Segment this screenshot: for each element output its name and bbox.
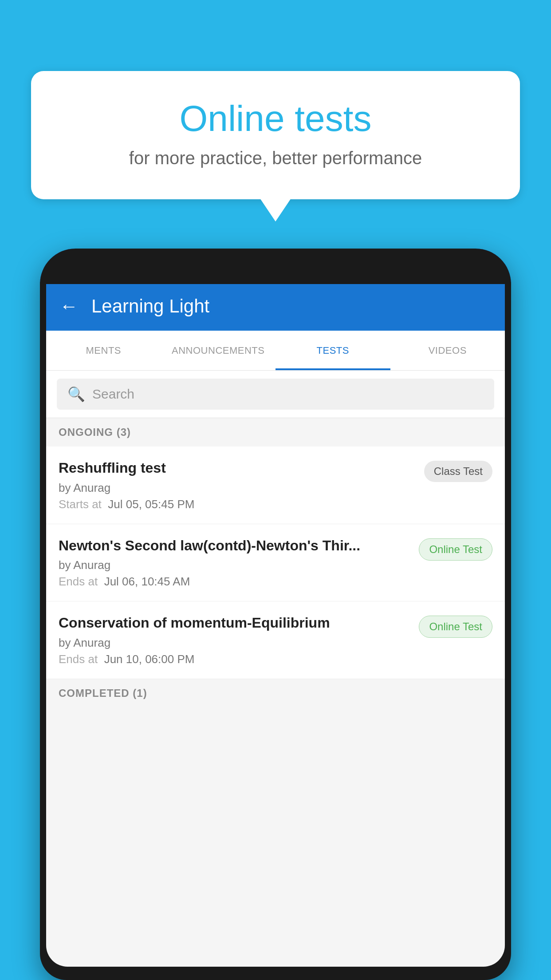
tab-tests[interactable]: TESTS xyxy=(276,331,390,370)
phone-frame: 14:29 ▾▾ ▲▲ ▮ ← Learning Light MENTS ANN… xyxy=(40,249,511,980)
search-icon: 🔍 xyxy=(67,386,85,403)
tab-videos[interactable]: VIDEOS xyxy=(390,331,505,370)
status-time: 14:29 xyxy=(58,259,89,273)
test-name-2: Newton's Second law(contd)-Newton's Thir… xyxy=(59,537,410,555)
test-name-1: Reshuffling test xyxy=(59,459,415,478)
signal-icon: ▲▲ xyxy=(461,260,482,273)
test-item-2[interactable]: Newton's Second law(contd)-Newton's Thir… xyxy=(46,524,505,602)
test-time-2: Ends at Jul 06, 10:45 AM xyxy=(59,575,410,589)
test-item-1[interactable]: Reshuffling test by Anurag Starts at Jul… xyxy=(46,447,505,524)
back-button[interactable]: ← xyxy=(59,296,78,317)
test-author-3: by Anurag xyxy=(59,636,410,650)
status-icons: ▾▾ ▲▲ ▮ xyxy=(445,260,493,273)
phone-screen: ← Learning Light MENTS ANNOUNCEMENTS TES… xyxy=(46,282,505,967)
test-badge-1: Class Test xyxy=(424,461,492,482)
search-placeholder: Search xyxy=(92,387,134,402)
bubble-title: Online tests xyxy=(53,98,498,139)
ongoing-section-header: ONGOING (3) xyxy=(46,418,505,447)
test-time-label-1: Starts at xyxy=(59,498,102,511)
test-name-3: Conservation of momentum-Equilibrium xyxy=(59,614,410,632)
bubble-subtitle: for more practice, better performance xyxy=(53,148,498,168)
test-list: Reshuffling test by Anurag Starts at Jul… xyxy=(46,447,505,679)
test-time-label-2: Ends at xyxy=(59,575,98,588)
speech-bubble: Online tests for more practice, better p… xyxy=(31,71,520,199)
tab-ments[interactable]: MENTS xyxy=(46,331,161,370)
app-title: Learning Light xyxy=(91,296,209,317)
phone-notch xyxy=(258,254,293,267)
test-author-1: by Anurag xyxy=(59,481,415,495)
test-author-2: by Anurag xyxy=(59,558,410,572)
search-container: 🔍 Search xyxy=(46,371,505,418)
test-time-1: Starts at Jul 05, 05:45 PM xyxy=(59,498,415,511)
search-input-wrapper[interactable]: 🔍 Search xyxy=(57,379,494,410)
test-badge-2: Online Test xyxy=(419,538,492,561)
test-item-3[interactable]: Conservation of momentum-Equilibrium by … xyxy=(46,601,505,679)
completed-section-header: COMPLETED (1) xyxy=(46,679,505,707)
app-bar: ← Learning Light xyxy=(46,282,505,331)
wifi-icon: ▾▾ xyxy=(445,260,456,273)
test-info-1: Reshuffling test by Anurag Starts at Jul… xyxy=(59,459,415,511)
test-info-2: Newton's Second law(contd)-Newton's Thir… xyxy=(59,537,410,589)
battery-icon: ▮ xyxy=(488,260,493,273)
test-time-label-3: Ends at xyxy=(59,652,98,666)
test-info-3: Conservation of momentum-Equilibrium by … xyxy=(59,614,410,666)
test-badge-3: Online Test xyxy=(419,616,492,638)
tab-announcements[interactable]: ANNOUNCEMENTS xyxy=(161,331,276,370)
test-time-3: Ends at Jun 10, 06:00 PM xyxy=(59,652,410,666)
tab-bar: MENTS ANNOUNCEMENTS TESTS VIDEOS xyxy=(46,331,505,371)
